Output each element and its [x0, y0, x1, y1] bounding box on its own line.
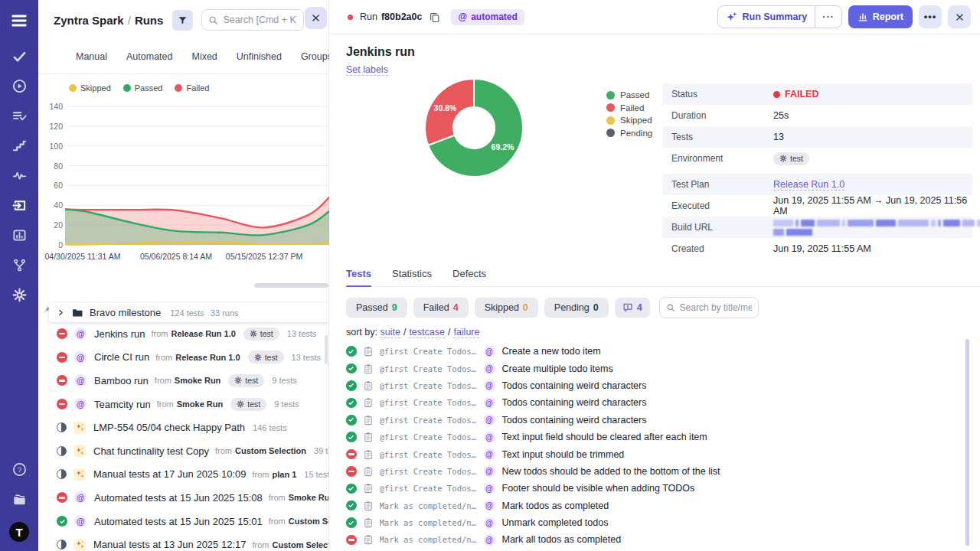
run-row[interactable]: @Teamcity runfromSmoke Runtest9 tests: [38, 393, 328, 416]
test-title[interactable]: Create multiple todo items: [502, 364, 613, 374]
milestones-icon[interactable]: [12, 139, 27, 153]
automated-run-icon: @: [74, 351, 87, 364]
menu-icon[interactable]: [11, 12, 28, 29]
test-title[interactable]: Create a new todo item: [502, 346, 601, 357]
test-title[interactable]: Mark all todos as completed: [502, 534, 622, 545]
tab-automated[interactable]: Automated: [126, 51, 172, 62]
test-title[interactable]: Text input should be trimmed: [502, 449, 625, 460]
donut-legend-item[interactable]: Skipped: [606, 116, 652, 125]
test-title[interactable]: Todos containing weird characters: [502, 397, 647, 408]
test-title[interactable]: Todos containing weird characters: [502, 380, 647, 391]
run-row[interactable]: Manual tests at 17 Jun 2025 10:09frompla…: [38, 463, 328, 487]
test-plan-link[interactable]: Release Run 1.0: [773, 179, 844, 191]
run-name[interactable]: Bamboo run: [94, 375, 149, 386]
test-title[interactable]: Text input field should be cleared after…: [502, 432, 707, 442]
tab-manual[interactable]: Manual: [76, 51, 107, 62]
donut-legend-item[interactable]: Failed: [606, 103, 652, 112]
test-list-scrollbar[interactable]: [965, 339, 969, 546]
filter-passed-button[interactable]: Passed9: [346, 298, 407, 318]
tab-groups[interactable]: Groups: [301, 51, 332, 62]
runs-icon[interactable]: [12, 79, 27, 93]
run-row[interactable]: @Automated tests at 15 Jun 2025 15:01fro…: [38, 510, 328, 533]
run-row[interactable]: @Bamboo runfromSmoke Runtest9 tests: [38, 369, 328, 393]
run-import-icon[interactable]: [12, 198, 27, 213]
test-row[interactable]: Mark as completed/n…@Mark todos as compl…: [346, 497, 980, 514]
test-row[interactable]: Mark as completed/n…@Mark all todos as c…: [346, 531, 980, 548]
test-title[interactable]: Unmark completed todos: [502, 517, 609, 528]
test-plans-icon[interactable]: [12, 109, 27, 123]
run-name[interactable]: Automated tests at 15 Jun 2025 15:08: [94, 492, 263, 504]
legend-item[interactable]: Failed: [175, 83, 209, 93]
set-labels-link[interactable]: Set labels: [346, 64, 388, 76]
analytics-icon[interactable]: [12, 228, 27, 243]
integrations-icon[interactable]: [12, 258, 27, 272]
run-name[interactable]: Automated tests at 15 Jun 2025 15:01: [94, 516, 263, 527]
test-title[interactable]: Todos containing weird characters: [502, 415, 647, 425]
filter-button[interactable]: [172, 10, 193, 31]
sort-by-suite[interactable]: suite: [380, 327, 400, 338]
donut-legend-item[interactable]: Passed: [606, 90, 652, 99]
test-row[interactable]: @first Create Todos…@Todos containing we…: [346, 412, 980, 429]
legend-item[interactable]: Passed: [123, 83, 163, 93]
filter-pending-button[interactable]: Pending0: [544, 298, 609, 318]
tab-mixed[interactable]: Mixed: [191, 51, 217, 62]
test-row[interactable]: @first Create Todos…@Create a new todo i…: [346, 343, 980, 360]
panel-close-button[interactable]: [305, 7, 327, 29]
run-name[interactable]: Manual tests at 13 Jun 2025 12:17: [93, 539, 246, 550]
run-row[interactable]: @Jenkins runfromRelease Run 1.0test13 te…: [38, 322, 328, 346]
report-button[interactable]: Report: [848, 5, 913, 28]
test-row[interactable]: @first Create Todos…@Footer should be vi…: [346, 480, 980, 497]
run-row[interactable]: @Circle CI runfromRelease Run 1.0test13 …: [38, 346, 328, 370]
donut-legend-item[interactable]: Pending: [606, 129, 652, 138]
run-name[interactable]: Chat functinality test Copy: [93, 445, 209, 457]
tab-unfinished[interactable]: Unfinished: [237, 51, 282, 62]
tab-defects[interactable]: Defects: [452, 268, 486, 286]
sort-by-failure[interactable]: failure: [453, 327, 479, 338]
filter-skipped-button[interactable]: Skipped0: [475, 298, 538, 318]
app-logo[interactable]: T: [9, 522, 29, 542]
tab-statistics[interactable]: Statistics: [392, 268, 432, 286]
activity-icon[interactable]: [12, 168, 27, 183]
tab-tests[interactable]: Tests: [346, 268, 371, 286]
close-run-button[interactable]: [948, 5, 971, 28]
sort-by-testcase[interactable]: testcase: [409, 327, 445, 338]
settings-icon[interactable]: [12, 288, 27, 302]
milestone-row[interactable]: Bravo milestone 124 tests 33 runs: [49, 303, 328, 322]
projects-icon[interactable]: [12, 492, 27, 507]
more-actions-button[interactable]: •••: [919, 5, 942, 28]
chevron-right-icon[interactable]: [57, 308, 65, 317]
test-suite: Mark as completed/n…: [380, 518, 476, 527]
run-name[interactable]: Jenkins run: [94, 328, 145, 340]
run-summary-button[interactable]: Run Summary ···: [717, 5, 841, 28]
run-row[interactable]: Chat functinality test CopyfromCustom Se…: [38, 439, 328, 463]
run-name[interactable]: Manual tests at 17 Jun 2025 10:09: [93, 468, 246, 480]
test-row[interactable]: Mark as completed/n…@Unmark completed to…: [346, 514, 980, 531]
run-name[interactable]: Circle CI run: [94, 351, 149, 363]
run-row[interactable]: Manual tests at 13 Jun 2025 12:17fromCus…: [38, 533, 328, 551]
test-row[interactable]: @first Create Todos…@Todos containing we…: [346, 394, 980, 411]
filter-failed-button[interactable]: Failed4: [413, 298, 469, 318]
test-row[interactable]: @first Create Todos…@Text input should b…: [346, 445, 980, 462]
test-title[interactable]: Mark todos as completed: [502, 500, 609, 511]
tests-search-input[interactable]: [680, 302, 752, 313]
chart-scrollbar[interactable]: [254, 283, 328, 288]
milestone-name[interactable]: Bravo milestone: [90, 307, 161, 318]
project-name[interactable]: Zyntra Spark: [54, 14, 124, 27]
search-input[interactable]: [223, 15, 297, 25]
run-row[interactable]: @Automated tests at 15 Jun 2025 15:08fro…: [38, 486, 328, 510]
test-row[interactable]: @first Create Todos…@Create multiple tod…: [346, 360, 980, 377]
test-row[interactable]: @first Create Todos…@Text input field sh…: [346, 429, 980, 445]
comments-filter-button[interactable]: 4: [615, 298, 650, 318]
test-title[interactable]: Footer should be visible when adding TOD…: [502, 483, 695, 494]
test-title[interactable]: New todos should be added to the bottom …: [502, 466, 720, 477]
test-row[interactable]: @first Create Todos…@Todos containing we…: [346, 377, 980, 394]
run-name[interactable]: LMP-554 05/04 check Happy Path: [93, 422, 245, 433]
tasks-icon[interactable]: [12, 49, 27, 64]
run-name[interactable]: Teamcity run: [94, 399, 151, 410]
test-row[interactable]: @first Create Todos…@New todos should be…: [346, 463, 980, 480]
copy-icon[interactable]: [429, 11, 440, 23]
legend-item[interactable]: Skipped: [69, 83, 111, 93]
help-icon[interactable]: ?: [12, 462, 27, 477]
run-row[interactable]: LMP-554 05/04 check Happy Path146 tests: [38, 416, 328, 439]
run-summary-more-button[interactable]: ···: [815, 6, 841, 28]
